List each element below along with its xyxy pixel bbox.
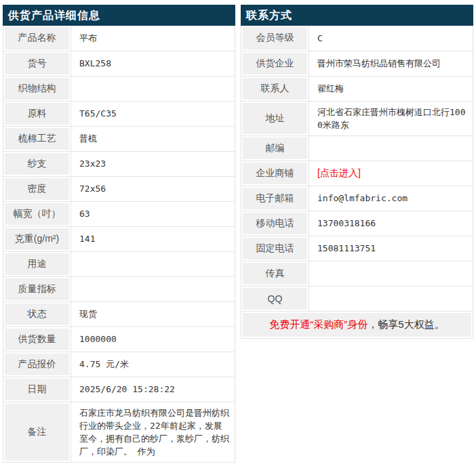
contact-row-5: 企业商铺[点击进入] (241, 161, 473, 186)
product-row-0: 产品名称平布 (3, 26, 235, 51)
row-label: 幅宽（吋） (3, 201, 71, 226)
row-label: 货号 (3, 51, 71, 76)
row-value: 石家庄市龙马纺织有限公司是晋州纺织行业的带头企业，22年前起家，发展至今，拥有自… (71, 402, 235, 462)
row-label: QQ (241, 286, 309, 311)
contact-row-1: 供货企业晋州市荣马纺织品销售有限公司 (241, 51, 473, 76)
product-row-15: 备注石家庄市龙马纺织有限公司是晋州纺织行业的带头企业，22年前起家，发展至今，拥… (3, 402, 235, 462)
row-label: 用途 (3, 251, 71, 276)
product-row-14: 日期2025/6/20 15:28:22 (3, 377, 235, 402)
row-label: 电子邮箱 (241, 186, 309, 211)
row-value: 23x23 (71, 151, 235, 176)
promo-message: 免费开通“采购商”身份，畅享5大权益。 (241, 311, 473, 338)
row-value: 63 (71, 201, 235, 226)
product-row-5: 纱支23x23 (3, 151, 235, 176)
row-label: 固定电话 (241, 236, 309, 261)
row-label: 原料 (3, 101, 71, 126)
row-value: 72x56 (71, 176, 235, 201)
row-value: 河北省石家庄晋州市槐树道口北行1000米路东 (309, 101, 473, 135)
product-row-9: 用途 (3, 251, 235, 276)
row-label: 地址 (241, 101, 309, 135)
row-label: 状态 (3, 301, 71, 326)
row-label: 质量指标 (3, 276, 71, 301)
product-row-13: 产品报价4.75 元/米 (3, 352, 235, 377)
product-detail-table: 产品名称平布货号BXL258织物结构原料T65/C35梳棉工艺普梳纱支23x23… (3, 26, 235, 463)
row-value (71, 76, 235, 101)
row-value (309, 286, 473, 311)
row-label: 供货数量 (3, 326, 71, 352)
row-value: 晋州市荣马纺织品销售有限公司 (309, 51, 473, 76)
contact-row-10: QQ (241, 286, 473, 311)
row-value: 平布 (71, 26, 235, 51)
row-value: BXL258 (71, 51, 235, 76)
row-label: 密度 (3, 176, 71, 201)
promo-row: 免费开通“采购商”身份，畅享5大权益。 (241, 311, 473, 338)
promo-message-rest: ，畅享5大权益。 (368, 318, 444, 330)
contact-row-9: 传真 (241, 261, 473, 286)
contact-row-2: 联系人翟红梅 (241, 76, 473, 101)
product-detail-panel-title: 供货产品详细信息 (3, 5, 235, 26)
product-row-6: 密度72x56 (3, 176, 235, 201)
row-value (71, 276, 235, 301)
row-value: 普梳 (71, 126, 235, 151)
row-value (309, 135, 473, 161)
row-value: T65/C35 (71, 101, 235, 126)
enter-shop-link[interactable]: [点击进入] (317, 167, 361, 178)
row-value: 1000000 (71, 326, 235, 352)
row-label: 日期 (3, 377, 71, 402)
contact-row-4: 邮编 (241, 135, 473, 161)
row-value: 15081113751 (309, 236, 473, 261)
row-label: 纱支 (3, 151, 71, 176)
contact-row-7: 移动电话13700318166 (241, 211, 473, 236)
contact-row-3: 地址河北省石家庄晋州市槐树道口北行1000米路东 (241, 101, 473, 135)
row-value: 翟红梅 (309, 76, 473, 101)
row-value (309, 261, 473, 286)
row-value: 13700318166 (309, 211, 473, 236)
contact-row-8: 固定电话15081113751 (241, 236, 473, 261)
row-label: 产品报价 (3, 352, 71, 377)
row-value: 现货 (71, 301, 235, 326)
row-label: 产品名称 (3, 26, 71, 51)
product-row-1: 货号BXL258 (3, 51, 235, 76)
contact-panel-title: 联系方式 (241, 5, 473, 26)
page: 供货产品详细信息 产品名称平布货号BXL258织物结构原料T65/C35梳棉工艺… (0, 0, 476, 464)
product-row-3: 原料T65/C35 (3, 101, 235, 126)
row-label: 传真 (241, 261, 309, 286)
product-row-8: 克重(g/m²)141 (3, 226, 235, 251)
row-value (71, 251, 235, 276)
row-value: 2025/6/20 15:28:22 (71, 377, 235, 402)
row-label: 备注 (3, 402, 71, 462)
product-row-7: 幅宽（吋）63 (3, 201, 235, 226)
row-value: info@lmfabric.com (309, 186, 473, 211)
product-detail-panel: 供货产品详细信息 产品名称平布货号BXL258织物结构原料T65/C35梳棉工艺… (3, 5, 235, 463)
contact-row-6: 电子邮箱info@lmfabric.com (241, 186, 473, 211)
row-value: [点击进入] (309, 161, 473, 186)
contact-panel: 联系方式 会员等级C供货企业晋州市荣马纺织品销售有限公司联系人翟红梅地址河北省石… (241, 5, 473, 339)
row-label: 梳棉工艺 (3, 126, 71, 151)
row-label: 联系人 (241, 76, 309, 101)
product-row-4: 梳棉工艺普梳 (3, 126, 235, 151)
row-label: 会员等级 (241, 26, 309, 51)
row-value: 141 (71, 226, 235, 251)
row-label: 移动电话 (241, 211, 309, 236)
product-row-2: 织物结构 (3, 76, 235, 101)
product-row-12: 供货数量1000000 (3, 326, 235, 352)
row-label: 邮编 (241, 135, 309, 161)
row-value: 4.75 元/米 (71, 352, 235, 377)
contact-row-0: 会员等级C (241, 26, 473, 51)
row-value: C (309, 26, 473, 51)
product-row-10: 质量指标 (3, 276, 235, 301)
row-label: 供货企业 (241, 51, 309, 76)
promo-buyer-signup-link[interactable]: 免费开通“采购商”身份 (269, 318, 368, 330)
contact-table: 会员等级C供货企业晋州市荣马纺织品销售有限公司联系人翟红梅地址河北省石家庄晋州市… (241, 26, 473, 339)
row-label: 企业商铺 (241, 161, 309, 186)
product-row-11: 状态现货 (3, 301, 235, 326)
row-label: 织物结构 (3, 76, 71, 101)
row-label: 克重(g/m²) (3, 226, 71, 251)
